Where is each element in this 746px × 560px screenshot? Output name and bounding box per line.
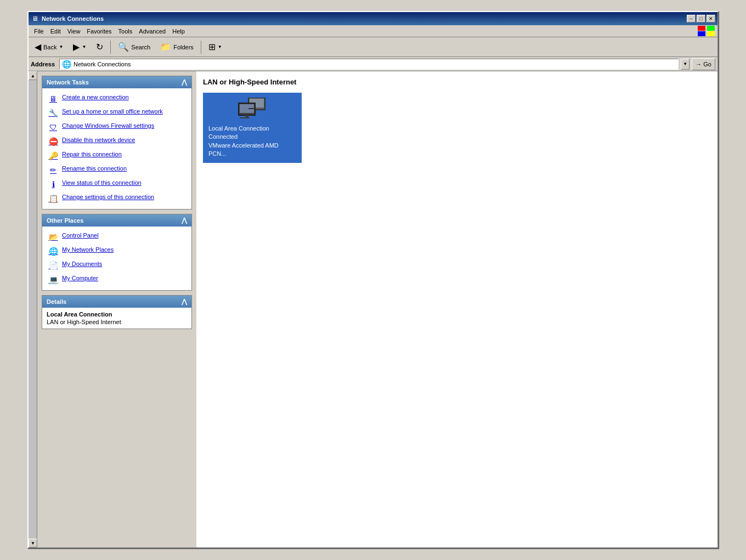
address-input-wrap[interactable]: 🌐 Network Connections xyxy=(59,59,679,70)
sidebar-item-control-panel[interactable]: 📂 Control Panel xyxy=(47,230,187,244)
back-icon: ◀ xyxy=(35,42,41,52)
address-bar: Address 🌐 Network Connections ▼ → Go xyxy=(29,57,717,71)
other-places-collapse-icon[interactable]: ⋀ xyxy=(182,217,187,224)
go-button[interactable]: → Go xyxy=(692,58,715,70)
left-scrollbar[interactable]: ▲ ▼ xyxy=(29,71,37,547)
folders-icon: 📁 xyxy=(160,42,171,52)
details-title: Details xyxy=(47,298,66,305)
sidebar-item-network-places-label: My Network Places xyxy=(62,246,186,253)
views-icon: ⊞ xyxy=(208,42,216,52)
setup-network-icon: 🔧 xyxy=(48,108,59,118)
sidebar-item-view-status[interactable]: ℹ View status of this connection xyxy=(47,177,187,191)
scroll-track[interactable] xyxy=(29,80,37,539)
connection-item-local-area[interactable]: Local Area Connection Connected VMware A… xyxy=(203,93,302,163)
toolbar: ◀ Back ▼ ▶ ▼ ↻ 🔍 Search 📁 Folders ⊞ ▼ xyxy=(29,37,717,57)
menu-view[interactable]: View xyxy=(64,27,84,36)
sidebar-item-my-computer-label: My Computer xyxy=(62,274,186,282)
sidebar-item-network-places[interactable]: 🌐 My Network Places xyxy=(47,244,187,258)
main-window: 🖥 Network Connections – □ ✕ File Edit Vi… xyxy=(27,11,719,548)
address-label: Address xyxy=(31,61,55,67)
my-computer-icon: 💻 xyxy=(48,274,59,285)
back-dropdown-icon: ▼ xyxy=(59,44,63,49)
sidebar-item-change-settings[interactable]: 📋 Change settings of this connection xyxy=(47,191,187,206)
restore-button[interactable]: □ xyxy=(697,15,705,22)
sidebar-item-rename[interactable]: ✏ Rename this connection xyxy=(47,163,187,177)
network-tasks-header: Network Tasks ⋀ xyxy=(42,76,191,88)
sidebar-item-create-connection-label: Create a new connection xyxy=(62,93,186,101)
view-status-icon: ℹ xyxy=(48,179,59,190)
scroll-up-button[interactable]: ▲ xyxy=(29,71,37,80)
details-connection-name: Local Area Connection xyxy=(47,311,187,318)
menu-advanced[interactable]: Advanced xyxy=(135,27,169,36)
address-text: Network Connections xyxy=(74,61,676,67)
other-places-header: Other Places ⋀ xyxy=(42,214,191,227)
change-settings-icon: 📋 xyxy=(48,193,59,204)
network-tasks-collapse-icon[interactable]: ⋀ xyxy=(182,78,187,86)
sidebar-item-setup-network[interactable]: 🔧 Set up a home or small office network xyxy=(47,106,187,120)
main-area: ▲ ▼ Network Tasks ⋀ 🖥 Create a new conne… xyxy=(29,71,717,547)
address-icon: 🌐 xyxy=(62,60,71,69)
menu-help[interactable]: Help xyxy=(169,27,188,36)
network-connection-icon xyxy=(238,98,267,122)
folders-button[interactable]: 📁 Folders xyxy=(156,39,197,55)
address-dropdown-button[interactable]: ▼ xyxy=(681,59,690,70)
sidebar-item-rename-label: Rename this connection xyxy=(62,165,186,172)
other-places-panel: Other Places ⋀ 📂 Control Panel 🌐 My Netw… xyxy=(42,214,192,291)
sidebar-item-repair[interactable]: 🔑 Repair this connection xyxy=(47,149,187,163)
go-label: Go xyxy=(703,61,711,67)
network-places-icon: 🌐 xyxy=(48,246,59,257)
details-collapse-icon[interactable]: ⋀ xyxy=(182,298,187,306)
window-icon: 🖥 xyxy=(31,14,39,23)
menu-edit[interactable]: Edit xyxy=(47,27,64,36)
back-button[interactable]: ◀ Back ▼ xyxy=(31,39,67,55)
scroll-down-button[interactable]: ▼ xyxy=(29,539,37,547)
sidebar: Network Tasks ⋀ 🖥 Create a new connectio… xyxy=(37,71,196,547)
close-button[interactable]: ✕ xyxy=(707,15,715,22)
network-tasks-title: Network Tasks xyxy=(47,79,89,86)
minimize-button[interactable]: – xyxy=(687,15,696,22)
details-header: Details ⋀ xyxy=(42,296,191,308)
window-title: Network Connections xyxy=(42,15,104,22)
my-documents-icon: 📄 xyxy=(48,260,59,271)
sidebar-item-my-documents[interactable]: 📄 My Documents xyxy=(47,258,187,273)
sidebar-item-disable-device[interactable]: ⛔ Disable this network device xyxy=(47,134,187,149)
svg-rect-6 xyxy=(245,115,248,117)
sidebar-item-my-computer[interactable]: 💻 My Computer xyxy=(47,273,187,287)
forward-icon: ▶ xyxy=(73,42,80,52)
section-title: LAN or High-Speed Internet xyxy=(203,78,711,86)
views-dropdown-icon: ▼ xyxy=(218,44,222,49)
windows-logo xyxy=(698,26,715,37)
disable-device-icon: ⛔ xyxy=(48,136,59,147)
menu-favorites[interactable]: Favorites xyxy=(83,27,115,36)
sidebar-item-change-settings-label: Change settings of this connection xyxy=(62,193,186,201)
rename-icon: ✏ xyxy=(48,165,59,176)
connection-status: Connected xyxy=(208,133,296,141)
sidebar-item-setup-network-label: Set up a home or small office network xyxy=(62,108,186,115)
sidebar-item-create-connection[interactable]: 🖥 Create a new connection xyxy=(47,92,187,106)
search-icon: 🔍 xyxy=(118,42,129,52)
refresh-icon: ↻ xyxy=(96,42,103,52)
toolbar-separator-2 xyxy=(201,41,201,54)
details-connection-type: LAN or High-Speed Internet xyxy=(47,319,187,325)
network-tasks-body: 🖥 Create a new connection 🔧 Set up a hom… xyxy=(42,88,191,209)
views-button[interactable]: ⊞ ▼ xyxy=(205,39,226,55)
sidebar-item-view-status-label: View status of this connection xyxy=(62,179,186,186)
sidebar-item-my-documents-label: My Documents xyxy=(62,260,186,268)
refresh-button[interactable]: ↻ xyxy=(92,39,107,55)
sidebar-item-firewall[interactable]: 🛡 Change Windows Firewall settings xyxy=(47,120,187,134)
content-area: LAN or High-Speed Internet xyxy=(196,71,717,547)
forward-dropdown-icon: ▼ xyxy=(82,44,86,49)
search-button[interactable]: 🔍 Search xyxy=(114,39,154,55)
forward-button[interactable]: ▶ ▼ xyxy=(69,39,90,55)
menu-bar: File Edit View Favorites Tools Advanced … xyxy=(29,25,717,37)
menu-tools[interactable]: Tools xyxy=(115,27,136,36)
sidebar-item-repair-label: Repair this connection xyxy=(62,150,186,158)
details-panel: Details ⋀ Local Area Connection LAN or H… xyxy=(42,295,192,329)
menu-file[interactable]: File xyxy=(31,27,47,36)
title-bar-left: 🖥 Network Connections xyxy=(31,14,104,23)
repair-icon: 🔑 xyxy=(48,150,59,161)
go-arrow-icon: → xyxy=(696,61,702,67)
toolbar-separator-1 xyxy=(110,41,111,54)
sidebar-item-firewall-label: Change Windows Firewall settings xyxy=(62,122,186,129)
connection-adapter: VMware Accelerated AMD PCN... xyxy=(208,142,296,159)
